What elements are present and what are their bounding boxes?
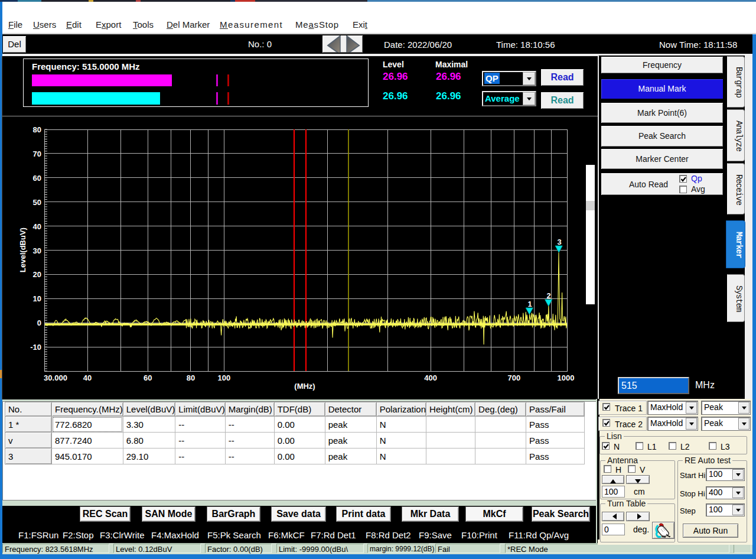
svg-text:40: 40 — [33, 222, 41, 231]
svg-text:60: 60 — [144, 373, 152, 382]
svg-text:1: 1 — [527, 300, 532, 308]
svg-text:Level(dBuV): Level(dBuV) — [18, 228, 27, 272]
svg-text:100: 100 — [217, 373, 230, 382]
svg-text:30: 30 — [33, 246, 41, 255]
svg-text:40: 40 — [83, 373, 92, 382]
svg-text:80: 80 — [33, 125, 41, 134]
svg-text:20: 20 — [33, 270, 41, 279]
svg-text:3: 3 — [557, 238, 561, 246]
svg-text:70: 70 — [33, 150, 41, 158]
svg-text:400: 400 — [424, 373, 437, 382]
svg-text:10: 10 — [33, 294, 41, 303]
svg-text:-10: -10 — [30, 343, 41, 352]
svg-text:30.000: 30.000 — [44, 373, 67, 382]
svg-text:0: 0 — [37, 318, 41, 327]
svg-text:60: 60 — [33, 174, 41, 183]
svg-text:(MHz): (MHz) — [294, 382, 315, 391]
svg-text:50: 50 — [33, 198, 41, 207]
svg-text:80: 80 — [187, 373, 195, 382]
svg-text:700: 700 — [508, 373, 521, 382]
svg-text:1000: 1000 — [558, 373, 575, 382]
svg-text:2: 2 — [546, 291, 550, 300]
